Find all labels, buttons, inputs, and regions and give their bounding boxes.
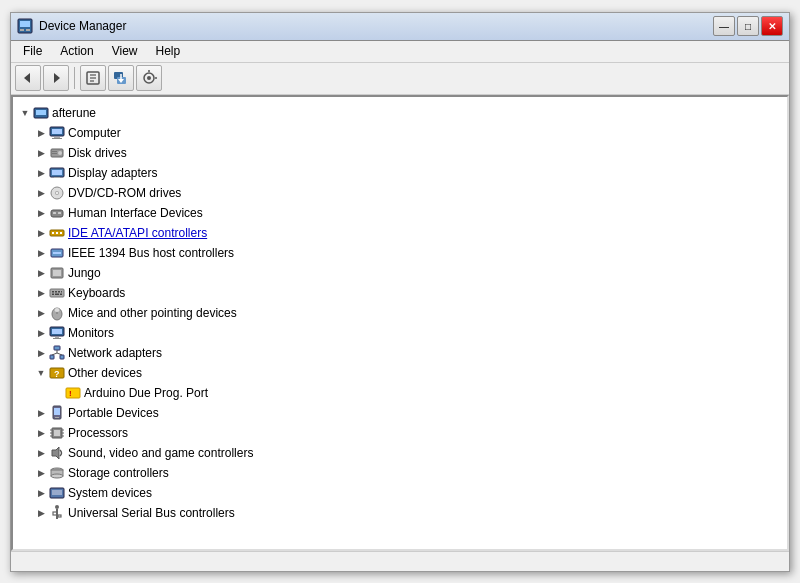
menu-file[interactable]: File [15, 42, 50, 60]
svg-rect-71 [54, 408, 60, 415]
tree-item-disk-drives[interactable]: ▶ Disk drives [13, 143, 787, 163]
expander-computer[interactable]: ▶ [33, 125, 49, 141]
svg-point-25 [58, 151, 62, 155]
title-buttons: — □ ✕ [713, 16, 783, 36]
svg-rect-36 [58, 212, 61, 214]
svg-line-64 [52, 353, 57, 355]
svg-rect-2 [20, 29, 24, 31]
menu-help[interactable]: Help [148, 42, 189, 60]
svg-rect-44 [53, 270, 61, 276]
expander-mice[interactable]: ▶ [33, 305, 49, 321]
svg-point-55 [55, 308, 60, 312]
window-icon [17, 18, 33, 34]
svg-rect-30 [54, 177, 60, 178]
update-button[interactable] [108, 65, 134, 91]
svg-rect-72 [55, 417, 59, 418]
scan-hardware-button[interactable] [136, 65, 162, 91]
expander-disk-drives[interactable]: ▶ [33, 145, 49, 161]
expander-other[interactable]: ▼ [33, 365, 49, 381]
tree-item-usb[interactable]: ▶ Universal Serial Bus controllers [13, 503, 787, 523]
forward-button[interactable] [43, 65, 69, 91]
expander-network[interactable]: ▶ [33, 345, 49, 361]
svg-point-15 [147, 76, 151, 80]
tree-item-keyboards[interactable]: ▶ Keyboards [13, 283, 787, 303]
svg-rect-86 [52, 490, 62, 495]
svg-rect-23 [52, 138, 62, 139]
tree-item-jungo[interactable]: ▶ Jungo [13, 263, 787, 283]
tree-item-storage[interactable]: ▶ Storage controllers [13, 463, 787, 483]
svg-rect-60 [54, 346, 60, 350]
tree-item-hid[interactable]: ▶ Human Interface Devices [13, 203, 787, 223]
svg-rect-29 [52, 170, 62, 175]
expander-usb[interactable]: ▶ [33, 505, 49, 521]
tree-item-sound[interactable]: ▶ Sound, video and game controllers [13, 443, 787, 463]
svg-marker-5 [54, 73, 60, 83]
ide-icon [49, 225, 65, 241]
svg-rect-90 [58, 515, 61, 517]
svg-rect-49 [61, 291, 62, 293]
tree-item-mice[interactable]: ▶ Mice and other pointing devices [13, 303, 787, 323]
tree-item-ide[interactable]: ▶ IDE ATA/ATAPI controllers [13, 223, 787, 243]
expander-processors[interactable]: ▶ [33, 425, 49, 441]
sound-label: Sound, video and game controllers [68, 446, 253, 460]
menu-view[interactable]: View [104, 42, 146, 60]
tree-item-ieee1394[interactable]: ▶ IEEE 1394 Bus host controllers [13, 243, 787, 263]
toolbar [11, 63, 789, 95]
tree-item-system[interactable]: ▶ System devices [13, 483, 787, 503]
tree-item-arduino[interactable]: ! Arduino Due Prog. Port [13, 383, 787, 403]
back-button[interactable] [15, 65, 41, 91]
root-icon [33, 105, 49, 121]
properties-button[interactable] [80, 65, 106, 91]
svg-rect-57 [52, 329, 62, 334]
maximize-button[interactable]: □ [737, 16, 759, 36]
close-button[interactable]: ✕ [761, 16, 783, 36]
usb-icon [49, 505, 65, 521]
expander-portable[interactable]: ▶ [33, 405, 49, 421]
svg-rect-47 [55, 291, 57, 293]
jungo-icon [49, 265, 65, 281]
tree-item-display-adapters[interactable]: ▶ Display adapters [13, 163, 787, 183]
menu-action[interactable]: Action [52, 42, 101, 60]
ieee1394-icon [49, 245, 65, 261]
expander-storage[interactable]: ▶ [33, 465, 49, 481]
mice-icon [49, 305, 65, 321]
keyboard-icon [49, 285, 65, 301]
svg-rect-34 [51, 210, 63, 217]
tree-item-monitors[interactable]: ▶ Monitors [13, 323, 787, 343]
tree-item-network[interactable]: ▶ Network adapters [13, 343, 787, 363]
svg-marker-4 [24, 73, 30, 83]
tree-item-other[interactable]: ▼ ? Other devices [13, 363, 787, 383]
expander-monitors[interactable]: ▶ [33, 325, 49, 341]
svg-rect-3 [26, 29, 30, 31]
svg-rect-74 [54, 430, 60, 436]
tree-item-portable[interactable]: ▶ Portable Devices [13, 403, 787, 423]
display-adapters-icon [49, 165, 65, 181]
expander-ide[interactable]: ▶ [33, 225, 49, 241]
expander-sound[interactable]: ▶ [33, 445, 49, 461]
expander-dvd[interactable]: ▶ [33, 185, 49, 201]
minimize-button[interactable]: — [713, 16, 735, 36]
svg-rect-42 [53, 252, 61, 254]
expander-display-adapters[interactable]: ▶ [33, 165, 49, 181]
expander-keyboards[interactable]: ▶ [33, 285, 49, 301]
usb-label: Universal Serial Bus controllers [68, 506, 235, 520]
expander-ieee1394[interactable]: ▶ [33, 245, 49, 261]
svg-rect-26 [52, 151, 57, 152]
tree-item-computer[interactable]: ▶ Computer [13, 123, 787, 143]
monitors-icon [49, 325, 65, 341]
status-bar [11, 551, 789, 571]
device-tree-panel[interactable]: ▼ afterune ▶ [11, 95, 789, 551]
tree-item-dvd[interactable]: ▶ DVD/CD-ROM drives [13, 183, 787, 203]
storage-icon [49, 465, 65, 481]
root-label: afterune [52, 106, 96, 120]
svg-text:?: ? [54, 369, 60, 379]
expander-hid[interactable]: ▶ [33, 205, 49, 221]
expander-system[interactable]: ▶ [33, 485, 49, 501]
svg-rect-45 [50, 289, 64, 297]
computer-label: Computer [68, 126, 121, 140]
dvd-icon [49, 185, 65, 201]
tree-root[interactable]: ▼ afterune [13, 103, 787, 123]
tree-item-processors[interactable]: ▶ Processors [13, 423, 787, 443]
expander-jungo[interactable]: ▶ [33, 265, 49, 281]
expander-root[interactable]: ▼ [17, 105, 33, 121]
